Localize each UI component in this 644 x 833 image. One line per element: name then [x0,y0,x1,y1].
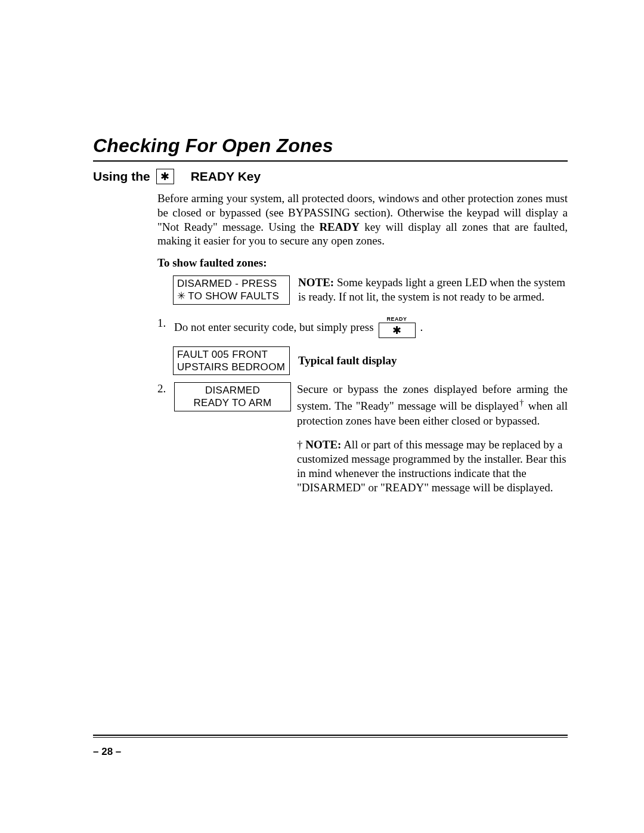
section-heading: Using the ✱ READY Key [93,169,568,184]
lcd1-line2-text: TO SHOW FAULTS [188,290,279,302]
note-text: Some keypads light a green LED when the … [298,276,565,303]
step-1: 1. Do not enter security code, but simpl… [157,317,568,338]
footer-rule-thin [93,737,568,738]
ready-key-icon: ✱ [156,169,174,184]
lcd-display-disarmed-press: DISARMED - PRESS ✳ TO SHOW FAULTS [173,275,290,305]
footnote: † NOTE: All or part of this message may … [297,438,568,494]
step-2: 2. DISARMED READY TO ARM Secure or bypas… [157,382,568,494]
lcd-display-ready: DISARMED READY TO ARM [174,382,291,411]
lcd2-line1: FAULT 005 FRONT [177,348,286,361]
footer-rule [93,735,568,738]
footnote-dagger: † [297,438,303,451]
dagger-symbol: † [519,398,525,407]
body-column: Before arming your system, all protected… [157,191,568,494]
step1-period: . [420,321,423,334]
intro-bold: READY [319,221,360,233]
lcd3-line2: READY TO ARM [178,397,287,409]
subhead-pre: Using the [93,169,150,184]
row-lcd1: DISARMED - PRESS ✳ TO SHOW FAULTS NOTE: … [173,275,568,305]
subhead-post: READY Key [191,169,261,184]
typical-fault-label: Typical fault display [298,354,397,367]
title-rule [93,160,568,162]
intro-paragraph: Before arming your system, all protected… [157,191,568,248]
star-icon: ✳ [177,290,185,302]
note-led: NOTE: Some keypads light a green LED whe… [298,275,568,304]
key-label-ready: READY [387,317,407,322]
step2-paragraph: Secure or bypass the zones displayed bef… [297,382,568,494]
page-title: Checking For Open Zones [93,135,568,157]
row-lcd2: FAULT 005 FRONT UPSTAIRS BEDROOM Typical… [173,346,568,376]
lcd3-line1: DISARMED [178,384,287,397]
step2-number: 2. [157,382,168,395]
lcd2-line2: UPSTAIRS BEDROOM [177,361,286,373]
step1-text: Do not enter security code, but simply p… [174,321,374,334]
page-content: Checking For Open Zones Using the ✱ READ… [93,135,568,755]
lcd1-line2: ✳ TO SHOW FAULTS [177,290,286,302]
footnote-label: NOTE: [303,438,342,451]
ready-key-button: READY ✱ [379,317,416,338]
lcd1-line1: DISARMED - PRESS [177,277,286,290]
step1-number: 1. [157,317,168,330]
subheading-faulted: To show faulted zones: [157,256,568,270]
note-label: NOTE: [298,276,334,289]
footer-rule-thick [93,735,568,736]
step1-body: Do not enter security code, but simply p… [174,317,423,338]
lcd-display-fault: FAULT 005 FRONT UPSTAIRS BEDROOM [173,346,290,376]
page-number: – 28 – [93,746,121,758]
ready-key-icon: ✱ [379,323,416,338]
